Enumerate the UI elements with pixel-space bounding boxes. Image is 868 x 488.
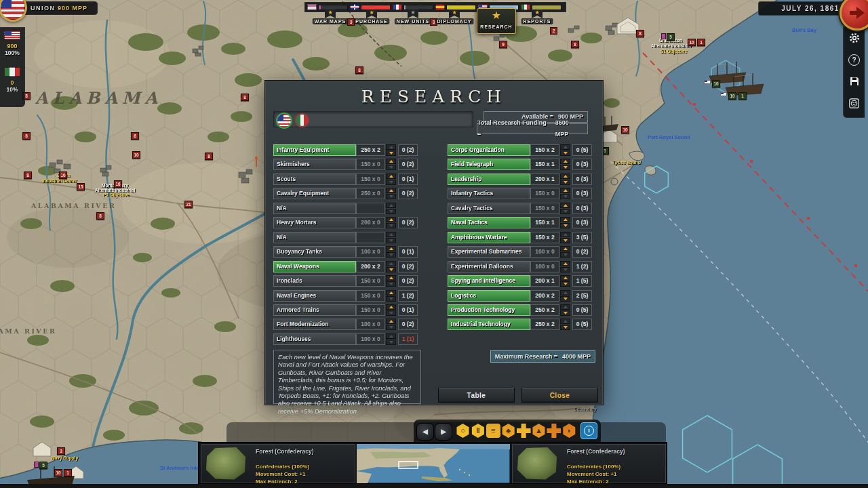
research-label[interactable]: Naval Engines xyxy=(273,290,356,302)
settings-icon[interactable] xyxy=(844,28,865,48)
terrain-filter-icon[interactable]: ○ xyxy=(456,424,470,438)
spinner-up-button[interactable] xyxy=(386,333,396,339)
research-label[interactable]: Leadership xyxy=(448,174,530,185)
next-unit-button[interactable]: ▶ xyxy=(435,423,452,441)
spinner-down-button[interactable] xyxy=(386,238,396,243)
usa-flag-chip[interactable] xyxy=(276,113,292,129)
spinner-down-button[interactable] xyxy=(560,165,570,170)
spinner-down-button[interactable] xyxy=(386,209,396,214)
spinner-down-button[interactable] xyxy=(560,150,570,156)
spinner-down-button[interactable] xyxy=(560,180,570,185)
spinner-up-button[interactable] xyxy=(560,261,570,266)
spinner-up-button[interactable] xyxy=(560,159,570,164)
spinner-up-button[interactable] xyxy=(386,246,396,251)
forest-filter-icon[interactable]: ♣ xyxy=(501,424,515,438)
spinner-down-button[interactable] xyxy=(560,238,570,243)
hex-info-button[interactable]: i xyxy=(580,422,597,439)
spinner-up-button[interactable] xyxy=(386,275,396,281)
save-icon[interactable] xyxy=(844,71,865,92)
spinner-up-button[interactable] xyxy=(386,203,396,208)
spinner-down-button[interactable] xyxy=(560,209,570,214)
research-label[interactable]: N/A xyxy=(273,232,356,243)
spinner-up-button[interactable] xyxy=(386,319,396,324)
spinner-up-button[interactable] xyxy=(560,144,570,150)
menu-war-maps[interactable]: ★War Maps3 xyxy=(311,11,349,33)
research-label[interactable]: Cavalry Equipment xyxy=(273,188,356,199)
menu-purchase[interactable]: ★Purchase xyxy=(353,11,391,33)
spinner-down-button[interactable] xyxy=(386,296,396,302)
research-label[interactable]: Lighthouses xyxy=(273,333,356,345)
unit-filter-icon[interactable] xyxy=(517,424,531,438)
spinner-down-button[interactable] xyxy=(386,180,396,185)
spinner-down-button[interactable] xyxy=(560,194,570,199)
spinner-up-button[interactable] xyxy=(386,144,396,150)
spinner-down-button[interactable] xyxy=(386,252,396,258)
spinner-up-button[interactable] xyxy=(560,203,570,208)
spinner-down-button[interactable] xyxy=(386,310,396,316)
research-label[interactable]: Cavalry Tactics xyxy=(448,203,530,214)
research-label[interactable]: Field Telegraph xyxy=(448,159,530,170)
weather-filter-icon[interactable]: ◗ xyxy=(562,424,576,438)
spinner-down-button[interactable] xyxy=(560,310,570,316)
minimap[interactable] xyxy=(357,444,510,483)
research-label[interactable]: Heavy Mortars xyxy=(273,217,356,228)
spinner-down-button[interactable] xyxy=(560,267,570,272)
research-label[interactable]: Scouts xyxy=(273,174,356,185)
research-label[interactable]: Naval Weapons xyxy=(273,261,356,272)
menu-new-units[interactable]: ★New Units3 xyxy=(394,11,432,33)
research-label[interactable]: Armored Trains xyxy=(273,304,356,316)
research-label[interactable]: Corps Organization xyxy=(448,144,530,156)
research-label[interactable]: Infantry Equipment xyxy=(273,144,356,156)
prev-unit-button[interactable]: ◀ xyxy=(416,423,434,441)
spinner-down-button[interactable] xyxy=(386,325,396,330)
spinner-up-button[interactable] xyxy=(386,188,396,193)
spinner-up-button[interactable] xyxy=(560,217,570,222)
spinner-down-button[interactable] xyxy=(386,150,396,156)
menu-reports[interactable]: ★Reports2 xyxy=(518,11,556,33)
resource-filter-icon[interactable]: ‖ xyxy=(471,424,485,438)
spinner-up-button[interactable] xyxy=(560,319,570,324)
research-label[interactable]: Ironclads xyxy=(273,275,356,287)
research-label[interactable]: N/A xyxy=(273,203,356,214)
spinner-up-button[interactable] xyxy=(386,261,396,266)
menu-research[interactable]: ★Research xyxy=(477,8,516,34)
research-label[interactable]: Production Technology xyxy=(448,304,530,316)
research-label[interactable]: Amphibious Warfare xyxy=(448,232,530,243)
research-label[interactable]: Buoyancy Tanks xyxy=(273,246,356,258)
close-button[interactable]: Close xyxy=(521,388,598,403)
spinner-down-button[interactable] xyxy=(560,296,570,302)
railroad-filter-icon[interactable]: ≡ xyxy=(486,424,500,438)
table-button[interactable]: Table xyxy=(438,388,515,403)
spinner-down-button[interactable] xyxy=(386,223,396,228)
spinner-down-button[interactable] xyxy=(386,281,396,287)
spinner-up-button[interactable] xyxy=(386,232,396,237)
help-icon[interactable]: ? xyxy=(844,49,865,70)
spinner-up-button[interactable] xyxy=(386,217,396,222)
surrender-icon[interactable] xyxy=(844,93,865,113)
research-label[interactable]: Infantry Tactics xyxy=(448,188,530,199)
research-label[interactable]: Experimental Submarines xyxy=(448,246,530,258)
spinner-up-button[interactable] xyxy=(386,290,396,296)
spinner-down-button[interactable] xyxy=(560,252,570,258)
spinner-up-button[interactable] xyxy=(560,188,570,193)
supply-filter-icon[interactable] xyxy=(547,424,561,438)
research-label[interactable]: Logistics xyxy=(448,290,530,302)
research-label[interactable]: Naval Tactics xyxy=(448,217,530,228)
research-label[interactable]: Fort Modernization xyxy=(273,319,356,330)
spinner-up-button[interactable] xyxy=(386,159,396,164)
spinner-down-button[interactable] xyxy=(560,223,570,228)
spinner-up-button[interactable] xyxy=(386,174,396,179)
mexico-flag-chip[interactable] xyxy=(295,113,309,127)
menu-diplomacy[interactable]: ★Diplomacy xyxy=(435,11,473,33)
research-label[interactable]: Experimental Balloons xyxy=(448,261,530,272)
spinner-down-button[interactable] xyxy=(386,267,396,272)
spinner-down-button[interactable] xyxy=(560,281,570,287)
spinner-up-button[interactable] xyxy=(560,232,570,237)
spinner-down-button[interactable] xyxy=(560,325,570,330)
spinner-down-button[interactable] xyxy=(386,340,396,345)
spinner-up-button[interactable] xyxy=(560,304,570,310)
spinner-up-button[interactable] xyxy=(386,304,396,310)
spinner-up-button[interactable] xyxy=(560,290,570,296)
spinner-up-button[interactable] xyxy=(560,174,570,179)
research-label[interactable]: Spying and Intelligence xyxy=(448,275,530,287)
